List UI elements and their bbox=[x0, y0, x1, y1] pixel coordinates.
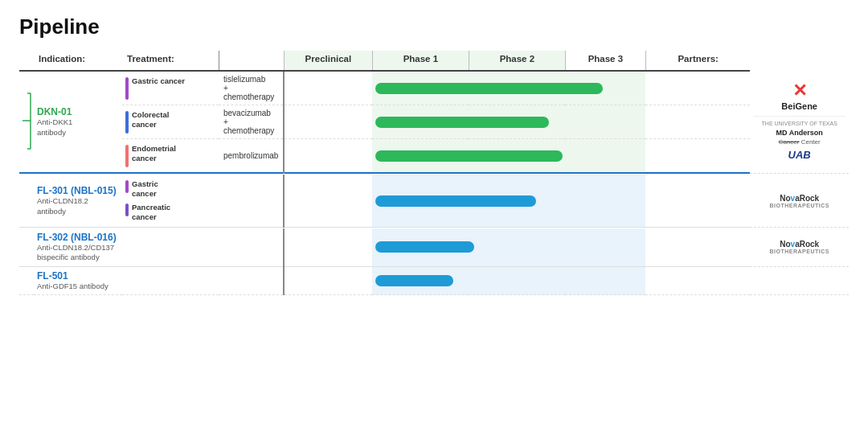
fl501-bar bbox=[375, 275, 452, 286]
col-header-partners: Partners: bbox=[645, 51, 750, 71]
fl301-gastric-ind: Gastriccancer bbox=[125, 179, 215, 199]
table-row: Colorectalcancer bevacizumab+ chemothera… bbox=[19, 105, 849, 139]
fl301-bar-container bbox=[375, 195, 642, 208]
fl501-treatment bbox=[219, 267, 284, 295]
fl302-drug-cell: FL-302 (NBL-016) Anti-CLDN18.2/CD137 bis… bbox=[34, 228, 122, 266]
fl301-sub1: Anti-CLDN18.2 bbox=[37, 196, 119, 206]
fl501-sub1: Anti-GDF15 antibody bbox=[37, 282, 119, 291]
dkn01-partners: ✕ BeiGene THE UNIVERSITY OF TEXAS MD And… bbox=[750, 71, 849, 173]
gastric-indication: Gastric cancer bbox=[122, 71, 219, 105]
table-row: FL-301 (NBL-015) Anti-CLDN18.2 antibody … bbox=[19, 175, 849, 228]
col-header-phase2: Phase 2 bbox=[469, 51, 565, 71]
endometrial-bar-container bbox=[375, 150, 642, 162]
fl302-indication bbox=[122, 228, 219, 266]
colorectal-bar-container bbox=[375, 116, 642, 129]
fl301-sub2: antibody bbox=[37, 207, 119, 216]
endometrial-indication: Endometrialcancer bbox=[122, 139, 219, 174]
fl302-phase3 bbox=[645, 228, 750, 266]
fl501-bar-container bbox=[375, 274, 642, 287]
colorectal-ind-bar bbox=[125, 111, 129, 134]
beigene-name: BeiGene bbox=[753, 101, 845, 111]
endometrial-treatment: pembrolizumab bbox=[219, 139, 284, 174]
endometrial-phase3 bbox=[645, 139, 750, 174]
fl501-partner bbox=[750, 267, 849, 295]
page-title: Pipeline bbox=[19, 14, 849, 39]
novarock-logo-1: NovaRock BIOTHERAPEUTICS bbox=[753, 194, 845, 208]
colorectal-bar bbox=[375, 117, 549, 128]
fl302-partner: NovaRock BIOTHERAPEUTICS bbox=[750, 228, 849, 266]
fl301-treatment bbox=[219, 175, 284, 228]
endometrial-bar-cell bbox=[372, 139, 645, 174]
bracket-svg bbox=[19, 79, 34, 163]
novarock-logo-2: NovaRock BIOTHERAPEUTICS bbox=[753, 240, 845, 254]
endometrial-bar bbox=[375, 150, 562, 162]
page-container: Pipeline Indication: Treatment: Preclini… bbox=[0, 0, 868, 440]
fl501-indication bbox=[122, 267, 219, 295]
colorectal-treatment: bevacizumab+ chemotherapy bbox=[219, 105, 284, 139]
col-header-indication: Indication: bbox=[34, 51, 122, 71]
gastric-bar-container bbox=[375, 82, 642, 95]
fl301-partner: NovaRock BIOTHERAPEUTICS bbox=[750, 175, 849, 228]
dkn01-sub1: Anti-DKK1 bbox=[37, 117, 119, 127]
colorectal-phase3 bbox=[645, 105, 750, 139]
gastric-phase3 bbox=[645, 71, 750, 105]
fl302-bar bbox=[375, 241, 474, 253]
pipeline-table: Indication: Treatment: Preclinical Phase… bbox=[19, 51, 849, 295]
table-row: FL-501 Anti-GDF15 antibody bbox=[19, 267, 849, 295]
dkn01-drug-cell: DKN-01 Anti-DKK1 antibody bbox=[34, 71, 122, 173]
fl301-pancreatic-ind: Pancreaticcancer bbox=[125, 203, 215, 223]
fl302-bar-cell bbox=[372, 228, 645, 266]
fl302-sub2: bispecific antibody bbox=[37, 253, 119, 262]
fl301-indication: Gastriccancer Pancreaticcancer bbox=[122, 175, 219, 228]
col-header-treatment: Treatment: bbox=[122, 51, 219, 71]
dkn01-name: DKN-01 bbox=[37, 106, 119, 117]
fl301-name: FL-301 (NBL-015) bbox=[37, 185, 119, 196]
fl301-drug-cell: FL-301 (NBL-015) Anti-CLDN18.2 antibody bbox=[34, 175, 122, 228]
fl302-sub1: Anti-CLDN18.2/CD137 bbox=[37, 243, 119, 253]
gastric-bar bbox=[375, 83, 602, 94]
col-header-preclinical: Preclinical bbox=[284, 51, 372, 71]
fl501-bar-cell bbox=[372, 267, 645, 295]
col-header-phase3: Phase 3 bbox=[565, 51, 645, 71]
endometrial-ind-bar bbox=[125, 145, 129, 167]
fl301-bar bbox=[375, 195, 535, 207]
fl302-name: FL-302 (NBL-016) bbox=[37, 232, 119, 243]
dkn01-sub2: antibody bbox=[37, 128, 119, 138]
fl301-indications: Gastriccancer Pancreaticcancer bbox=[125, 179, 215, 222]
beigene-logo: ✕ BeiGene bbox=[753, 80, 845, 111]
mdanderson-logo: THE UNIVERSITY OF TEXAS MD Anderson Canc… bbox=[753, 120, 845, 163]
fl302-bar-container bbox=[375, 241, 642, 253]
dkn01-bracket-cell bbox=[19, 71, 34, 173]
gastric-treatment: tislelizumab+ chemotherapy bbox=[219, 71, 284, 105]
fl501-name: FL-501 bbox=[37, 270, 119, 282]
gastric-ind-bar bbox=[125, 77, 129, 100]
fl301-phase3 bbox=[645, 175, 750, 228]
colorectal-indication: Colorectalcancer bbox=[122, 105, 219, 139]
gastric-bar-cell bbox=[372, 71, 645, 105]
fl301-bar-cell bbox=[372, 175, 645, 228]
fl501-drug-cell: FL-501 Anti-GDF15 antibody bbox=[34, 267, 122, 295]
col-header-phase1: Phase 1 bbox=[372, 51, 469, 71]
fl501-phase3 bbox=[645, 267, 750, 295]
table-row: Endometrialcancer pembrolizumab bbox=[19, 139, 849, 174]
beigene-icon: ✕ bbox=[753, 80, 845, 101]
table-row: FL-302 (NBL-016) Anti-CLDN18.2/CD137 bis… bbox=[19, 228, 849, 266]
fl302-treatment bbox=[219, 228, 284, 266]
table-row: DKN-01 Anti-DKK1 antibody Gastric cancer… bbox=[19, 71, 849, 105]
colorectal-bar-cell bbox=[372, 105, 645, 139]
